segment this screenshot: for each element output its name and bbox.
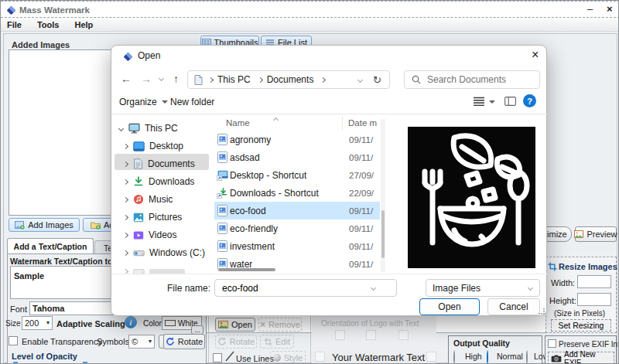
chevron-collapsed-icon[interactable] xyxy=(122,143,128,148)
vertical-scrollbar[interactable] xyxy=(381,119,385,272)
chevron-collapsed-icon[interactable] xyxy=(122,250,128,255)
rotate-text-button[interactable]: Rotate xyxy=(163,334,205,349)
orientation-checkbox[interactable] xyxy=(366,330,376,340)
sidebar-item-music[interactable]: Music xyxy=(122,191,215,208)
file-type-combo[interactable]: Image Files xyxy=(426,279,540,297)
search-box[interactable] xyxy=(404,70,540,89)
up-icon[interactable]: ↑ xyxy=(173,73,179,84)
sidebar-item-downloads[interactable]: Downloads xyxy=(122,173,215,190)
file-name-input[interactable] xyxy=(221,282,371,294)
image-file-icon xyxy=(214,205,230,216)
chevron-collapsed-icon[interactable] xyxy=(122,232,128,237)
add-new-exif-button[interactable]: Add New EXIF xyxy=(548,352,614,364)
file-row[interactable]: Desktop - Shortcut 27/09/ xyxy=(214,166,386,184)
sphere-icon xyxy=(273,354,281,362)
column-header-date[interactable]: Date m xyxy=(348,118,377,128)
chevron-collapsed-icon[interactable] xyxy=(122,196,128,202)
cancel-button[interactable]: Cancel xyxy=(487,298,540,315)
chevron-down-icon: ▾ xyxy=(149,338,152,345)
sidebar-item-videos[interactable]: Videos xyxy=(122,226,215,243)
sidebar-item-this-pc[interactable]: This PC xyxy=(118,120,210,137)
preserve-exif-checkbox[interactable] xyxy=(548,339,556,348)
chevron-expanded-icon[interactable] xyxy=(118,125,123,131)
file-row[interactable]: agronomy 09/11/ xyxy=(214,131,386,148)
chevron-down-icon[interactable] xyxy=(528,285,533,291)
address-dropdown-icon[interactable] xyxy=(357,77,363,82)
file-name: investment xyxy=(230,241,275,252)
sidebar-label: Videos xyxy=(149,230,176,240)
view-list-icon[interactable] xyxy=(474,97,484,106)
style-button[interactable]: Style xyxy=(270,351,306,364)
chevron-collapsed-icon[interactable] xyxy=(122,161,128,166)
file-row[interactable]: asdsad 09/11/ xyxy=(214,148,386,166)
search-input[interactable] xyxy=(426,73,526,86)
quality-low-radio[interactable] xyxy=(526,350,528,364)
size-combo[interactable]: 200 ▾ xyxy=(22,316,53,330)
add-images-button[interactable]: Add Images xyxy=(9,218,80,232)
breadcrumb-this-pc[interactable]: This PC xyxy=(217,74,251,85)
organize-label: Organize xyxy=(119,97,157,107)
help-icon[interactable]: ? xyxy=(523,94,536,107)
sidebar-item-partial[interactable] xyxy=(122,263,215,280)
column-header-name[interactable]: Name xyxy=(226,118,250,128)
width-input[interactable] xyxy=(577,275,611,288)
menu-help[interactable]: Help xyxy=(67,20,101,29)
file-name: eco-friendly xyxy=(230,223,278,234)
refresh-icon[interactable]: ↻ xyxy=(373,74,381,86)
close-window-icon[interactable]: × xyxy=(607,3,613,15)
file-row[interactable]: investment 09/11/ xyxy=(214,237,386,255)
menu-tools[interactable]: Tools xyxy=(29,20,67,29)
rotate-text-label: Rotate xyxy=(178,337,203,346)
symbol-combo[interactable]: © ▾ xyxy=(128,335,155,349)
recent-locations-icon[interactable] xyxy=(159,76,164,81)
sidebar-item-windows-c[interactable]: Windows (C:) xyxy=(122,244,215,261)
sidebar-item-documents[interactable]: Documents xyxy=(122,155,215,172)
orientation-checkbox[interactable] xyxy=(426,352,436,362)
quality-high-radio[interactable] xyxy=(453,350,455,364)
remove-logo-button[interactable]: × Remove xyxy=(258,318,302,332)
height-input[interactable] xyxy=(577,293,611,306)
set-resizing-button[interactable]: Set Resizing xyxy=(551,319,611,332)
enable-transparency-checkbox[interactable] xyxy=(9,336,18,345)
file-row[interactable]: Downloads - Shortcut 22/09/ xyxy=(214,184,386,202)
preview-pane-icon[interactable] xyxy=(504,97,516,106)
file-row-selected[interactable]: eco-food 09/11/ xyxy=(214,202,380,219)
info-icon[interactable]: i xyxy=(125,316,137,328)
sidebar-item-desktop[interactable]: Desktop xyxy=(122,138,215,155)
orientation-checkbox[interactable] xyxy=(335,330,345,340)
minimize-icon[interactable]: – xyxy=(587,3,593,15)
organize-button[interactable]: Organize xyxy=(119,97,168,107)
orientation-checkbox[interactable] xyxy=(315,352,325,362)
new-folder-button[interactable]: New folder xyxy=(170,97,214,107)
breadcrumb[interactable]: This PC Documents ↻ xyxy=(187,70,390,89)
scrollbar-thumb[interactable] xyxy=(218,268,275,271)
orientation-checkbox[interactable] xyxy=(398,330,409,340)
use-lines-checkbox[interactable] xyxy=(213,353,222,362)
column-divider[interactable] xyxy=(342,117,343,131)
file-name-combo[interactable] xyxy=(214,279,397,297)
sidebar-item-pictures[interactable]: Pictures xyxy=(122,209,215,226)
resize-grip[interactable] xyxy=(539,308,545,315)
file-row[interactable]: eco-friendly 09/11/ xyxy=(214,219,386,237)
scrollbar-thumb[interactable] xyxy=(381,210,385,258)
chevron-collapsed-icon[interactable] xyxy=(122,214,128,219)
open-button[interactable]: Open xyxy=(419,298,480,315)
rotate-logo-button[interactable]: Rotate xyxy=(215,335,257,349)
tab-add-text-caption[interactable]: Add a Text/Caption xyxy=(7,238,94,254)
use-lines-label: Use Lines xyxy=(236,354,274,363)
edit-logo-button[interactable]: Edit xyxy=(260,335,294,349)
breadcrumb-documents[interactable]: Documents xyxy=(267,74,314,85)
chevron-down-icon[interactable] xyxy=(371,285,376,291)
menu-file[interactable]: File xyxy=(7,20,29,29)
open-logo-button[interactable]: Open xyxy=(215,318,255,332)
chevron-collapsed-icon[interactable] xyxy=(122,179,128,184)
view-dropdown-icon[interactable] xyxy=(489,100,495,104)
forward-icon[interactable]: → xyxy=(141,73,152,84)
preview-button[interactable]: Preview xyxy=(575,226,617,242)
back-icon[interactable]: ← xyxy=(121,73,132,84)
horizontal-scrollbar[interactable] xyxy=(215,267,381,272)
drive-icon xyxy=(133,248,145,258)
watermark-preview-text: Your Watermark Text xyxy=(332,352,425,363)
dialog-close-icon[interactable]: × xyxy=(532,48,539,62)
quality-normal-radio[interactable] xyxy=(487,350,488,364)
